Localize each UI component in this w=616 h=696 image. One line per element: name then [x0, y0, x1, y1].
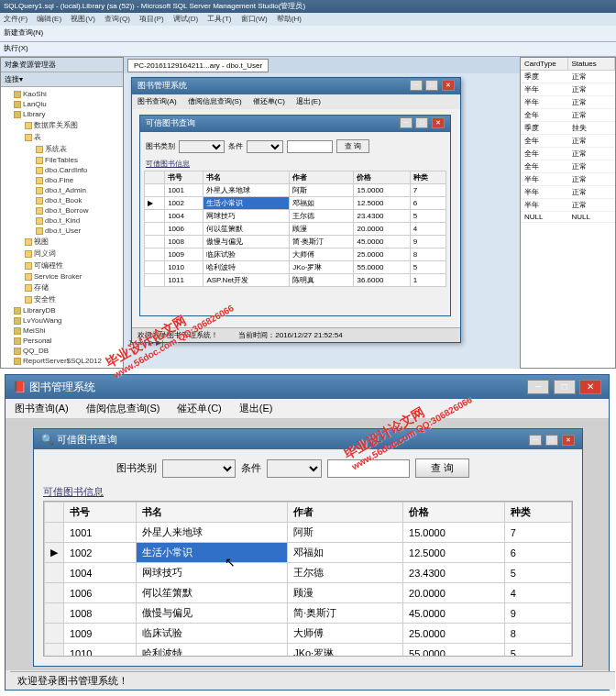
- col-header[interactable]: 书号: [64, 503, 137, 523]
- results-grid[interactable]: CardTypeStatues季度正常半年正常半年正常全年正常季度挂失全年正常全…: [520, 57, 616, 369]
- book-table-large[interactable]: 书号书名作者价格种类1001外星人来地球阿斯15.00007▶1002生活小常识…: [44, 502, 572, 657]
- grid-row[interactable]: 半年正常: [521, 83, 615, 96]
- col-header[interactable]: 价格: [354, 171, 410, 184]
- col-header[interactable]: 书号: [165, 171, 204, 184]
- tree-node[interactable]: dbo.t_Kind: [3, 215, 121, 226]
- menu-help[interactable]: 帮助(H): [277, 15, 302, 23]
- minimize-icon[interactable]: ─: [529, 435, 542, 446]
- table-row[interactable]: 1004网球技巧王尔德23.43005: [45, 563, 572, 583]
- search-button[interactable]: 查 询: [415, 458, 469, 478]
- col-header[interactable]: Statues: [568, 58, 616, 70]
- ssms-menubar[interactable]: 文件(F) 编辑(E) 视图(V) 查询(Q) 项目(P) 调试(D) 工具(T…: [0, 13, 616, 26]
- minimize-icon[interactable]: ─: [410, 80, 423, 91]
- tree-node[interactable]: 存储: [3, 282, 121, 293]
- maximize-icon[interactable]: □: [415, 117, 428, 128]
- table-row[interactable]: 1011ASP.Net开发陈明真36.60001: [145, 274, 446, 287]
- tree-node[interactable]: QQ_DB: [3, 346, 121, 356]
- col-header[interactable]: 价格: [403, 503, 505, 523]
- grid-row[interactable]: 半年正常: [521, 173, 615, 186]
- minimize-icon[interactable]: ─: [400, 117, 412, 128]
- tree-node[interactable]: LvYouWang: [3, 315, 121, 326]
- category-select[interactable]: [179, 140, 225, 153]
- table-row[interactable]: 1010哈利波特JKo·罗琳55.00005: [45, 644, 572, 657]
- connect-button[interactable]: 连接▾: [1, 72, 123, 87]
- grid-row[interactable]: 季度正常: [521, 71, 615, 83]
- menu-query[interactable]: 查询(Q): [104, 15, 130, 23]
- tree-node[interactable]: dbo.t_Borrow: [3, 205, 121, 215]
- col-header[interactable]: 书名: [204, 171, 290, 184]
- condition-select[interactable]: [247, 140, 283, 153]
- tree-node[interactable]: 数据库关系图: [3, 119, 121, 131]
- object-tree[interactable]: KaoShiLanQiuLibrary数据库关系图表系统表FileTablesd…: [1, 87, 123, 368]
- maximize-icon[interactable]: □: [554, 380, 576, 394]
- menu-project[interactable]: 项目(P): [139, 15, 164, 23]
- grid-row[interactable]: 半年正常: [521, 199, 615, 212]
- query-titlebar[interactable]: 🔍 可借图书查询 ─ □ ✕: [34, 429, 582, 449]
- menu-edit[interactable]: 编辑(E): [37, 15, 61, 23]
- tree-node[interactable]: FileTables: [3, 155, 121, 165]
- tree-node[interactable]: Library: [3, 109, 121, 119]
- menu-exit[interactable]: 退出(E): [296, 97, 321, 105]
- execute-button[interactable]: 执行(X): [4, 44, 28, 52]
- table-row[interactable]: ▶1002生活小常识邓福如12.50006: [45, 543, 572, 563]
- maximize-icon[interactable]: □: [545, 435, 558, 446]
- tree-node[interactable]: Service Broker: [3, 271, 121, 282]
- col-header[interactable]: CardType: [521, 58, 568, 70]
- new-query-button[interactable]: 新建查询(N): [4, 28, 43, 37]
- table-row[interactable]: 1008傲慢与偏见简·奥斯汀45.00009: [45, 603, 572, 624]
- col-header[interactable]: 作者: [288, 503, 403, 523]
- close-icon[interactable]: ✕: [432, 117, 445, 128]
- record-pager[interactable]: 1 / 14 ▶ ▶|: [128, 338, 164, 347]
- col-header[interactable]: 种类: [504, 503, 571, 523]
- menu-borrow-info[interactable]: 借阅信息查询(S): [86, 403, 160, 414]
- menu-borrow-info[interactable]: 借阅信息查询(S): [188, 97, 242, 105]
- tree-node[interactable]: 视图: [3, 236, 121, 248]
- tree-node[interactable]: 安全性: [3, 293, 121, 305]
- app-small-menu[interactable]: 图书查询(A) 借阅信息查询(S) 催还单(C) 退出(E): [132, 94, 460, 109]
- menu-book-query[interactable]: 图书查询(A): [15, 403, 69, 414]
- tree-node[interactable]: 可编程性: [3, 260, 121, 271]
- menu-window[interactable]: 窗口(W): [241, 15, 268, 23]
- ssms-toolbar[interactable]: 新建查询(N): [0, 26, 616, 42]
- tree-node[interactable]: 系统表: [3, 143, 121, 155]
- tree-node[interactable]: dbo.CardInfo: [3, 165, 121, 175]
- tab-tuser[interactable]: PC-20161129164211...ary - dbo.t_User: [127, 59, 269, 72]
- grid-row[interactable]: 全年正常: [521, 109, 615, 122]
- tree-node[interactable]: Personal: [3, 336, 121, 346]
- table-row[interactable]: 1009临床试验大师傅25.00008: [145, 249, 446, 261]
- book-table-small[interactable]: 书号书名作者价格种类1001外星人来地球阿斯15.00007▶1002生活小常识…: [144, 171, 446, 287]
- big-titlebar[interactable]: 📕 图书管理系统 ─ □ ✕: [6, 375, 609, 399]
- tree-node[interactable]: dbo.Fine: [3, 175, 121, 185]
- tree-node[interactable]: LanQiu: [3, 99, 121, 109]
- grid-row[interactable]: 半年正常: [521, 96, 615, 109]
- minimize-icon[interactable]: ─: [527, 380, 549, 394]
- big-menubar[interactable]: 图书查询(A) 借阅信息查询(S) 催还单(C) 退出(E): [6, 399, 609, 419]
- grid-row[interactable]: 全年正常: [521, 135, 615, 148]
- tree-node[interactable]: MeiShi: [3, 326, 121, 336]
- table-row[interactable]: 1008傲慢与偏见简·奥斯汀45.00009: [145, 236, 446, 249]
- grid-row[interactable]: 季度挂失: [521, 122, 615, 135]
- table-row[interactable]: 1010哈利波特JKo·罗琳55.00005: [145, 261, 446, 274]
- table-row[interactable]: 1006何以笙箫默顾漫20.00004: [145, 223, 446, 236]
- table-row[interactable]: 1001外星人来地球阿斯15.00007: [45, 523, 572, 543]
- table-row[interactable]: 1006何以笙箫默顾漫20.00004: [45, 583, 572, 603]
- ssms-toolbar2[interactable]: 执行(X): [0, 42, 616, 57]
- tree-node[interactable]: 同义词: [3, 248, 121, 260]
- table-row[interactable]: ▶1002生活小常识邓福如12.50006: [145, 197, 446, 210]
- menu-file[interactable]: 文件(F): [4, 15, 28, 23]
- tree-node[interactable]: KaoShi: [3, 89, 121, 99]
- menu-tools[interactable]: 工具(T): [207, 15, 231, 23]
- grid-row[interactable]: NULLNULL: [521, 212, 615, 223]
- table-row[interactable]: 1001外星人来地球阿斯15.00007: [145, 184, 446, 197]
- menu-reminder[interactable]: 催还单(C): [177, 403, 221, 414]
- menu-debug[interactable]: 调试(D): [173, 15, 198, 23]
- menu-book-query[interactable]: 图书查询(A): [138, 97, 177, 105]
- grid-row[interactable]: 全年正常: [521, 148, 615, 160]
- document-tabs[interactable]: PC-20161129164211...ary - dbo.t_User: [124, 57, 520, 73]
- search-button[interactable]: 查 询: [336, 139, 369, 153]
- tree-node[interactable]: ReportServer$SQL2012: [3, 356, 121, 366]
- close-icon[interactable]: ✕: [562, 435, 575, 446]
- category-select[interactable]: [162, 459, 236, 478]
- close-icon[interactable]: ✕: [579, 380, 601, 394]
- window-titlebar[interactable]: 图书管理系统 ─ □ ✕: [132, 78, 460, 94]
